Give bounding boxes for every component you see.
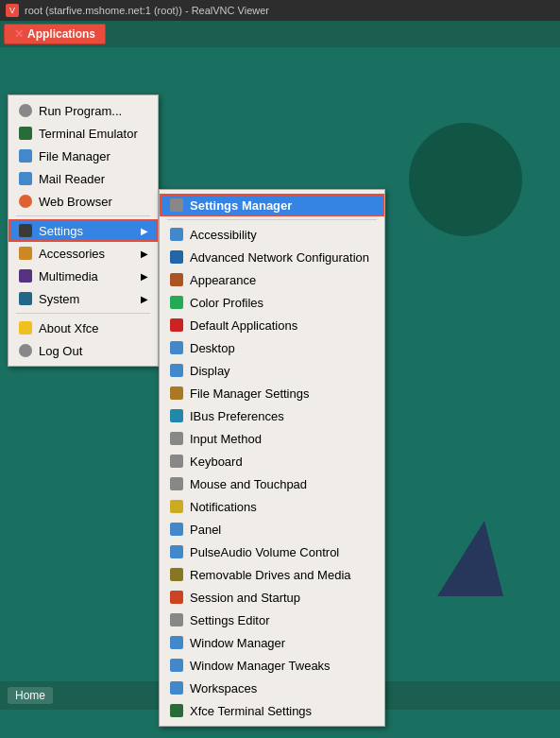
secondary-menu-item-default-applications[interactable]: Default Applications (160, 314, 384, 336)
log-out-label: Log Out (39, 344, 82, 358)
menu-container: Run Program...Terminal EmulatorFile Mana… (8, 94, 159, 367)
color-profiles-label: Color Profiles (190, 296, 263, 310)
applications-button[interactable]: ✕ Applications (4, 24, 106, 44)
log-out-icon (18, 343, 33, 358)
multimedia-arrow: ▶ (141, 271, 148, 282)
secondary-menu-item-color-profiles[interactable]: Color Profiles (160, 291, 384, 314)
panel-label: Panel (190, 523, 221, 537)
accessories-icon (18, 246, 33, 261)
secondary-menu-item-notifications[interactable]: Notifications (160, 495, 384, 518)
window-manager-tweaks-icon (169, 658, 184, 673)
display-icon (169, 363, 184, 378)
primary-menu-item-web-browser[interactable]: Web Browser (8, 190, 158, 213)
secondary-menu-item-mouse-touchpad[interactable]: Mouse and Touchpad (160, 472, 384, 495)
secondary-menu-item-keyboard[interactable]: Keyboard (160, 450, 384, 472)
removable-drives-label: Removable Drives and Media (190, 568, 351, 582)
about-xfce-icon (18, 320, 33, 335)
primary-menu-item-run-program[interactable]: Run Program... (8, 99, 158, 122)
file-manager-label: File Manager (39, 149, 110, 163)
web-browser-icon (18, 194, 33, 209)
primary-menu-item-accessories[interactable]: Accessories▶ (8, 242, 158, 265)
desktop: Run Program...Terminal EmulatorFile Mana… (0, 47, 560, 710)
file-manager-settings-icon (169, 386, 184, 401)
appearance-label: Appearance (190, 273, 256, 287)
secondary-menu-item-settings-editor[interactable]: Settings Editor (160, 609, 384, 631)
window-manager-icon (169, 635, 184, 650)
panel-icon (169, 522, 184, 537)
settings-editor-icon (169, 612, 184, 627)
default-applications-label: Default Applications (190, 318, 297, 333)
display-label: Display (190, 364, 230, 378)
removable-drives-icon (169, 567, 184, 582)
accessibility-icon (169, 227, 184, 242)
primary-menu-item-multimedia[interactable]: Multimedia▶ (8, 265, 158, 287)
input-method-label: Input Method (190, 432, 262, 446)
xfce-terminal-label: Xfce Terminal Settings (190, 704, 312, 718)
menu-separator-2 (16, 313, 150, 314)
system-label: System (39, 292, 79, 306)
file-manager-settings-label: File Manager Settings (190, 386, 309, 401)
pulseaudio-icon (169, 544, 184, 559)
secondary-menu-item-session-startup[interactable]: Session and Startup (160, 586, 384, 609)
advanced-network-icon (169, 249, 184, 265)
deco-circle (409, 123, 522, 236)
ibus-preferences-icon (169, 408, 184, 423)
multimedia-label: Multimedia (39, 269, 98, 283)
primary-menu-item-settings[interactable]: Settings▶ (8, 219, 158, 242)
secondary-menu-item-ibus-preferences[interactable]: IBus Preferences (160, 404, 384, 427)
secondary-menu: Settings ManagerAccessibilityAdvanced Ne… (159, 189, 385, 727)
primary-menu: Run Program...Terminal EmulatorFile Mana… (8, 94, 159, 367)
secondary-menu-item-panel[interactable]: Panel (160, 518, 384, 541)
system-icon (18, 291, 33, 306)
settings-manager-label: Settings Manager (190, 198, 292, 213)
primary-menu-item-mail-reader[interactable]: Mail Reader (8, 167, 158, 190)
secondary-menu-item-appearance[interactable]: Appearance (160, 268, 384, 291)
secondary-menu-item-display[interactable]: Display (160, 359, 384, 382)
secondary-menu-item-pulseaudio[interactable]: PulseAudio Volume Control (160, 541, 384, 563)
primary-menu-item-about-xfce[interactable]: About Xfce (8, 317, 158, 339)
desktop-icon (169, 340, 184, 355)
about-xfce-label: About Xfce (39, 321, 99, 335)
mouse-touchpad-label: Mouse and Touchpad (190, 477, 307, 491)
settings-icon (18, 223, 33, 238)
xfce-terminal-icon (169, 703, 184, 718)
settings-arrow: ▶ (141, 226, 148, 236)
web-browser-label: Web Browser (39, 195, 112, 209)
title-bar-text: root (starfive.mshome.net:1 (root)) - Re… (25, 5, 554, 16)
mail-reader-icon (18, 171, 33, 186)
taskbar: ✕ Applications (0, 21, 560, 47)
settings-manager-icon (169, 197, 184, 213)
primary-menu-item-terminal-emulator[interactable]: Terminal Emulator (8, 122, 158, 145)
home-item: Home (8, 687, 53, 704)
secondary-menu-item-advanced-network[interactable]: Advanced Network Configuration (160, 246, 384, 268)
mail-reader-label: Mail Reader (39, 172, 105, 186)
primary-menu-item-file-manager[interactable]: File Manager (8, 145, 158, 167)
appearance-icon (169, 272, 184, 287)
secondary-menu-item-workspaces[interactable]: Workspaces (160, 677, 384, 699)
secondary-menu-item-xfce-terminal[interactable]: Xfce Terminal Settings (160, 699, 384, 722)
run-program-label: Run Program... (39, 104, 122, 118)
x-icon: ✕ (14, 27, 24, 41)
primary-menu-item-log-out[interactable]: Log Out (8, 339, 158, 362)
secondary-menu-item-window-manager[interactable]: Window Manager (160, 631, 384, 654)
notifications-icon (169, 499, 184, 514)
system-arrow: ▶ (141, 294, 148, 304)
terminal-emulator-icon (18, 126, 33, 141)
pulseaudio-label: PulseAudio Volume Control (190, 545, 339, 559)
run-program-icon (18, 103, 33, 118)
color-profiles-icon (169, 295, 184, 310)
settings-manager-header[interactable]: Settings Manager (160, 194, 384, 216)
keyboard-icon (169, 454, 184, 469)
secondary-menu-item-removable-drives[interactable]: Removable Drives and Media (160, 563, 384, 586)
secondary-menu-item-input-method[interactable]: Input Method (160, 427, 384, 450)
secondary-menu-item-accessibility[interactable]: Accessibility (160, 223, 384, 246)
secondary-menu-item-desktop[interactable]: Desktop (160, 336, 384, 359)
primary-menu-item-system[interactable]: System▶ (8, 287, 158, 310)
secondary-menu-item-window-manager-tweaks[interactable]: Window Manager Tweaks (160, 654, 384, 677)
keyboard-label: Keyboard (190, 455, 243, 469)
terminal-emulator-label: Terminal Emulator (39, 127, 138, 141)
desktop-label: Desktop (190, 341, 235, 355)
secondary-menu-item-file-manager-settings[interactable]: File Manager Settings (160, 382, 384, 404)
default-applications-icon (169, 318, 184, 333)
settings-label: Settings (39, 224, 83, 238)
